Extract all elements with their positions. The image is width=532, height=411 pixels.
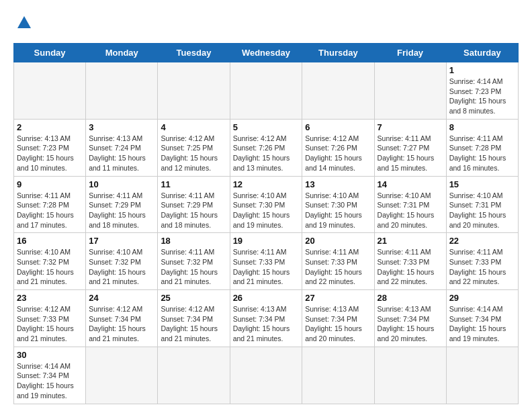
day-info: Sunrise: 4:11 AM Sunset: 7:33 PM Dayligh…: [233, 247, 300, 287]
calendar-week-6: 30Sunrise: 4:14 AM Sunset: 7:34 PM Dayli…: [14, 347, 519, 404]
calendar-cell: [230, 347, 302, 404]
day-header-wednesday: Wednesday: [230, 44, 302, 62]
day-number: 10: [89, 179, 154, 189]
day-info: Sunrise: 4:14 AM Sunset: 7:23 PM Dayligh…: [449, 77, 515, 116]
calendar-cell: 22Sunrise: 4:11 AM Sunset: 7:33 PM Dayli…: [446, 233, 518, 290]
day-info: Sunrise: 4:12 AM Sunset: 7:34 PM Dayligh…: [89, 304, 154, 344]
calendar-cell: 9Sunrise: 4:11 AM Sunset: 7:28 PM Daylig…: [14, 176, 86, 233]
calendar-cell: 29Sunrise: 4:14 AM Sunset: 7:34 PM Dayli…: [446, 290, 518, 347]
day-number: 25: [161, 293, 226, 303]
day-info: Sunrise: 4:13 AM Sunset: 7:24 PM Dayligh…: [89, 134, 154, 173]
day-info: Sunrise: 4:11 AM Sunset: 7:29 PM Dayligh…: [161, 191, 226, 230]
day-info: Sunrise: 4:11 AM Sunset: 7:32 PM Dayligh…: [161, 247, 226, 287]
logo-icon: [15, 13, 34, 32]
calendar-cell: 16Sunrise: 4:10 AM Sunset: 7:32 PM Dayli…: [14, 233, 86, 290]
day-header-sunday: Sunday: [14, 44, 86, 62]
calendar-cell: 5Sunrise: 4:12 AM Sunset: 7:26 PM Daylig…: [230, 119, 302, 176]
calendar-cell: 25Sunrise: 4:12 AM Sunset: 7:34 PM Dayli…: [158, 290, 230, 347]
calendar-cell: 15Sunrise: 4:10 AM Sunset: 7:31 PM Dayli…: [446, 176, 518, 233]
day-info: Sunrise: 4:10 AM Sunset: 7:32 PM Dayligh…: [17, 247, 83, 287]
day-number: 12: [233, 179, 300, 189]
calendar-cell: [86, 62, 158, 120]
calendar-cell: 8Sunrise: 4:11 AM Sunset: 7:28 PM Daylig…: [446, 119, 518, 176]
calendar-week-1: 1Sunrise: 4:14 AM Sunset: 7:23 PM Daylig…: [14, 62, 519, 120]
calendar-cell: [158, 62, 230, 120]
calendar-cell: [302, 62, 374, 120]
day-number: 9: [17, 179, 83, 189]
day-info: Sunrise: 4:12 AM Sunset: 7:33 PM Dayligh…: [17, 304, 83, 344]
calendar: SundayMondayTuesdayWednesdayThursdayFrid…: [13, 43, 519, 404]
calendar-header-row: SundayMondayTuesdayWednesdayThursdayFrid…: [14, 44, 519, 62]
calendar-cell: 14Sunrise: 4:10 AM Sunset: 7:31 PM Dayli…: [374, 176, 446, 233]
day-info: Sunrise: 4:11 AM Sunset: 7:28 PM Dayligh…: [17, 191, 83, 230]
calendar-week-2: 2Sunrise: 4:13 AM Sunset: 7:23 PM Daylig…: [14, 119, 519, 176]
day-info: Sunrise: 4:14 AM Sunset: 7:34 PM Dayligh…: [17, 361, 83, 401]
day-info: Sunrise: 4:13 AM Sunset: 7:34 PM Dayligh…: [378, 304, 443, 344]
day-header-tuesday: Tuesday: [158, 44, 230, 62]
day-number: 2: [17, 122, 83, 132]
day-info: Sunrise: 4:12 AM Sunset: 7:34 PM Dayligh…: [161, 304, 226, 344]
day-info: Sunrise: 4:12 AM Sunset: 7:25 PM Dayligh…: [161, 134, 226, 173]
day-number: 27: [305, 293, 371, 303]
calendar-cell: 20Sunrise: 4:11 AM Sunset: 7:33 PM Dayli…: [302, 233, 374, 290]
day-number: 7: [378, 122, 443, 132]
day-number: 13: [305, 179, 371, 189]
calendar-cell: 27Sunrise: 4:13 AM Sunset: 7:34 PM Dayli…: [302, 290, 374, 347]
day-number: 4: [161, 122, 226, 132]
day-number: 3: [89, 122, 154, 132]
day-number: 16: [17, 236, 83, 246]
calendar-cell: 30Sunrise: 4:14 AM Sunset: 7:34 PM Dayli…: [14, 347, 86, 404]
day-info: Sunrise: 4:12 AM Sunset: 7:26 PM Dayligh…: [233, 134, 300, 173]
day-info: Sunrise: 4:11 AM Sunset: 7:29 PM Dayligh…: [89, 191, 154, 230]
day-header-friday: Friday: [374, 44, 446, 62]
calendar-cell: [86, 347, 158, 404]
svg-marker-0: [17, 16, 31, 28]
calendar-cell: 28Sunrise: 4:13 AM Sunset: 7:34 PM Dayli…: [374, 290, 446, 347]
day-number: 5: [233, 122, 300, 132]
day-number: 15: [449, 179, 515, 189]
day-number: 11: [161, 179, 226, 189]
calendar-cell: 26Sunrise: 4:13 AM Sunset: 7:34 PM Dayli…: [230, 290, 302, 347]
day-number: 28: [378, 293, 443, 303]
calendar-cell: 17Sunrise: 4:10 AM Sunset: 7:32 PM Dayli…: [86, 233, 158, 290]
day-info: Sunrise: 4:12 AM Sunset: 7:26 PM Dayligh…: [305, 134, 371, 173]
day-info: Sunrise: 4:11 AM Sunset: 7:27 PM Dayligh…: [378, 134, 443, 173]
day-info: Sunrise: 4:11 AM Sunset: 7:33 PM Dayligh…: [449, 247, 515, 287]
day-number: 29: [449, 293, 515, 303]
calendar-cell: 21Sunrise: 4:11 AM Sunset: 7:33 PM Dayli…: [374, 233, 446, 290]
logo: [13, 13, 34, 32]
day-info: Sunrise: 4:11 AM Sunset: 7:28 PM Dayligh…: [449, 134, 515, 173]
calendar-cell: [158, 347, 230, 404]
calendar-week-5: 23Sunrise: 4:12 AM Sunset: 7:33 PM Dayli…: [14, 290, 519, 347]
calendar-cell: 11Sunrise: 4:11 AM Sunset: 7:29 PM Dayli…: [158, 176, 230, 233]
day-number: 30: [17, 350, 83, 360]
calendar-cell: 12Sunrise: 4:10 AM Sunset: 7:30 PM Dayli…: [230, 176, 302, 233]
day-info: Sunrise: 4:10 AM Sunset: 7:31 PM Dayligh…: [449, 191, 515, 230]
day-number: 1: [449, 65, 515, 75]
day-info: Sunrise: 4:10 AM Sunset: 7:31 PM Dayligh…: [378, 191, 443, 230]
calendar-cell: 3Sunrise: 4:13 AM Sunset: 7:24 PM Daylig…: [86, 119, 158, 176]
calendar-cell: 1Sunrise: 4:14 AM Sunset: 7:23 PM Daylig…: [446, 62, 518, 120]
day-info: Sunrise: 4:10 AM Sunset: 7:32 PM Dayligh…: [89, 247, 154, 287]
calendar-week-3: 9Sunrise: 4:11 AM Sunset: 7:28 PM Daylig…: [14, 176, 519, 233]
calendar-cell: [14, 62, 86, 120]
day-info: Sunrise: 4:13 AM Sunset: 7:23 PM Dayligh…: [17, 134, 83, 173]
calendar-cell: 4Sunrise: 4:12 AM Sunset: 7:25 PM Daylig…: [158, 119, 230, 176]
day-number: 22: [449, 236, 515, 246]
calendar-cell: [230, 62, 302, 120]
calendar-cell: 24Sunrise: 4:12 AM Sunset: 7:34 PM Dayli…: [86, 290, 158, 347]
day-info: Sunrise: 4:11 AM Sunset: 7:33 PM Dayligh…: [305, 247, 371, 287]
calendar-cell: 7Sunrise: 4:11 AM Sunset: 7:27 PM Daylig…: [374, 119, 446, 176]
day-info: Sunrise: 4:10 AM Sunset: 7:30 PM Dayligh…: [305, 191, 371, 230]
day-header-thursday: Thursday: [302, 44, 374, 62]
calendar-cell: 23Sunrise: 4:12 AM Sunset: 7:33 PM Dayli…: [14, 290, 86, 347]
day-number: 8: [449, 122, 515, 132]
day-header-monday: Monday: [86, 44, 158, 62]
calendar-cell: 18Sunrise: 4:11 AM Sunset: 7:32 PM Dayli…: [158, 233, 230, 290]
calendar-cell: 13Sunrise: 4:10 AM Sunset: 7:30 PM Dayli…: [302, 176, 374, 233]
calendar-cell: 2Sunrise: 4:13 AM Sunset: 7:23 PM Daylig…: [14, 119, 86, 176]
day-number: 6: [305, 122, 371, 132]
day-header-saturday: Saturday: [446, 44, 518, 62]
day-number: 26: [233, 293, 300, 303]
day-info: Sunrise: 4:11 AM Sunset: 7:33 PM Dayligh…: [378, 247, 443, 287]
